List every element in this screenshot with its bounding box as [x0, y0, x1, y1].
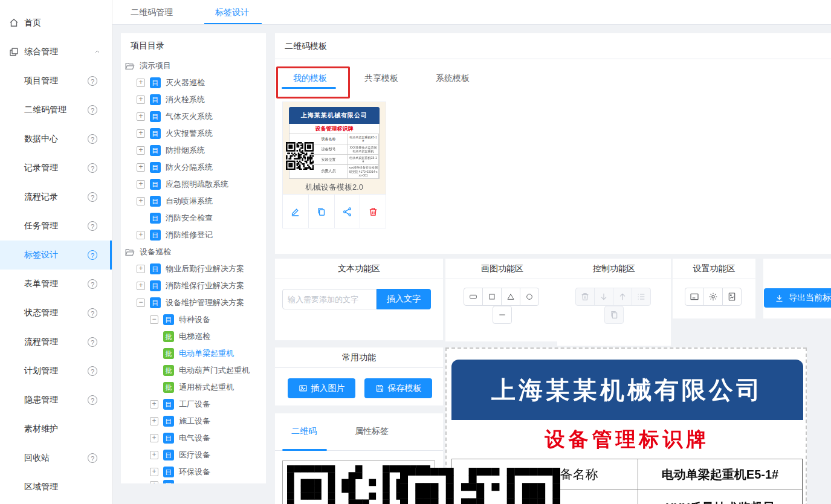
tree-node-防火分隔系统[interactable]: +目防火分隔系统 — [121, 159, 266, 176]
sidebar-item-流程记录[interactable]: 流程记录? — [0, 183, 112, 212]
sidebar-item-记录管理[interactable]: 记录管理? — [0, 153, 112, 183]
control-list-button[interactable] — [632, 288, 651, 306]
tree-node-演示项目[interactable]: 演示项目 — [121, 57, 266, 74]
help-icon[interactable]: ? — [88, 105, 97, 115]
sidebar-item-隐患管理[interactable]: 隐患管理? — [0, 386, 112, 415]
expand-icon[interactable]: + — [150, 468, 158, 476]
preview-tab-属性标签[interactable]: 属性标签 — [355, 422, 389, 440]
help-icon[interactable]: ? — [88, 395, 97, 405]
sidebar-item-二维码管理[interactable]: 二维码管理? — [0, 95, 112, 124]
label-company-header[interactable]: 上海某某机械有限公司 — [451, 360, 803, 420]
collapse-icon[interactable]: − — [150, 315, 158, 324]
draw-line-button[interactable] — [493, 306, 512, 324]
collapse-icon[interactable]: − — [137, 299, 145, 307]
control-copy-button[interactable] — [604, 306, 624, 324]
draw-circle-button[interactable] — [520, 288, 539, 306]
help-icon[interactable]: ? — [88, 250, 97, 260]
sidebar-item-标签设计[interactable]: 标签设计? — [0, 241, 112, 270]
help-icon[interactable]: ? — [88, 76, 97, 86]
help-icon[interactable]: ? — [88, 308, 97, 318]
expand-icon[interactable]: + — [137, 282, 145, 290]
help-icon[interactable]: ? — [88, 163, 97, 173]
control-move-up-button[interactable] — [613, 288, 632, 306]
insert-text-button[interactable]: 插入文字 — [377, 289, 431, 309]
sidebar-item-数据中心[interactable]: 数据中心? — [0, 124, 112, 153]
tree-node-气体灭火系统[interactable]: +目气体灭火系统 — [121, 108, 266, 125]
expand-icon[interactable]: + — [137, 180, 145, 189]
tree-node-灭火器巡检[interactable]: +目灭火器巡检 — [121, 74, 266, 91]
top-tab-标签设计[interactable]: 标签设计 — [215, 0, 249, 24]
tree-node-通用桥式起重机[interactable]: 批通用桥式起重机 — [121, 379, 266, 396]
template-tab-我的模板[interactable]: 我的模板 — [293, 69, 327, 86]
expand-icon[interactable]: + — [137, 265, 145, 273]
insert-image-button[interactable]: 插入图片 — [288, 378, 355, 398]
tree-node-工厂设备[interactable]: +目工厂设备 — [121, 396, 266, 413]
control-move-down-button[interactable] — [594, 288, 613, 306]
tree-node-电梯巡检[interactable]: 批电梯巡检 — [121, 328, 266, 345]
expand-icon[interactable]: + — [137, 231, 145, 239]
save-template-button[interactable]: 保存模板 — [364, 378, 432, 398]
help-icon[interactable]: ? — [88, 192, 97, 202]
label-title[interactable]: 设备管理标识牌 — [451, 420, 803, 459]
sidebar-item-素材维护[interactable]: 素材维护 — [0, 415, 112, 444]
expand-icon[interactable]: + — [150, 451, 158, 459]
template-edit-button[interactable] — [283, 195, 308, 228]
tree-node-应急照明疏散系统[interactable]: +目应急照明疏散系统 — [121, 176, 266, 193]
settings-gear-button[interactable] — [703, 288, 723, 306]
expand-icon[interactable]: + — [150, 417, 158, 425]
expand-icon[interactable]: + — [137, 146, 145, 155]
export-current-label-button[interactable]: 导出当前标签 — [764, 288, 831, 308]
expand-icon[interactable]: + — [150, 400, 158, 409]
tree-node-消防维保行业解决方案[interactable]: +目消防维保行业解决方案 — [121, 277, 266, 294]
expand-icon[interactable]: + — [137, 95, 145, 104]
tree-node-clipped[interactable]: +目 — [121, 477, 266, 483]
sidebar-group-comprehensive-management[interactable]: 综合管理 — [0, 39, 112, 65]
sidebar-item-表单管理[interactable]: 表单管理? — [0, 270, 112, 299]
draw-rounded-rect-button[interactable] — [464, 288, 483, 306]
help-icon[interactable]: ? — [88, 453, 97, 463]
label-design-canvas[interactable]: 上海某某机械有限公司 设备管理标识牌 设备名称电动单梁起重机E5-1#设备型号X… — [445, 347, 807, 504]
tree-node-消火栓系统[interactable]: +目消火栓系统 — [121, 91, 266, 108]
help-icon[interactable]: ? — [88, 221, 97, 231]
sidebar-item-任务管理[interactable]: 任务管理? — [0, 212, 112, 241]
expand-icon[interactable]: + — [150, 481, 158, 483]
tree-node-消防安全检查[interactable]: +目消防安全检查 — [121, 210, 266, 227]
help-icon[interactable]: ? — [88, 366, 97, 376]
expand-icon[interactable]: + — [137, 112, 145, 121]
tree-node-电气设备[interactable]: +目电气设备 — [121, 430, 266, 447]
settings-label-card-button[interactable] — [685, 288, 704, 306]
expand-icon[interactable]: + — [137, 163, 145, 172]
sidebar-item-计划管理[interactable]: 计划管理? — [0, 357, 112, 386]
sidebar-item-项目管理[interactable]: 项目管理? — [0, 66, 112, 95]
template-share-button[interactable] — [334, 195, 360, 228]
sidebar-item-状态管理[interactable]: 状态管理? — [0, 299, 112, 328]
template-tab-共享模板[interactable]: 共享模板 — [364, 69, 398, 86]
template-thumbnail[interactable]: 上海某某机械有限公司 设备管理标识牌 设备名称电动单梁起重机E5-1#设备型号X… — [283, 102, 386, 194]
tree-node-设备维护管理解决方案[interactable]: −目设备维护管理解决方案 — [121, 294, 266, 311]
help-icon[interactable]: ? — [88, 279, 97, 289]
sidebar-item-流程管理[interactable]: 流程管理? — [0, 328, 112, 357]
tree-node-电动葫芦门式起重机[interactable]: 批电动葫芦门式起重机 — [121, 362, 266, 379]
expand-icon[interactable]: + — [150, 434, 158, 442]
sidebar-item-回收站[interactable]: 回收站? — [0, 444, 112, 473]
expand-icon[interactable]: + — [137, 79, 145, 87]
draw-triangle-button[interactable] — [501, 288, 520, 306]
tree-node-物业后勤行业解决方案[interactable]: +目物业后勤行业解决方案 — [121, 260, 266, 277]
preview-tab-二维码[interactable]: 二维码 — [291, 422, 317, 440]
template-copy-button[interactable] — [308, 195, 334, 228]
tree-node-特种设备[interactable]: −目特种设备 — [121, 311, 266, 328]
tree-node-电动单梁起重机[interactable]: 批电动单梁起重机 — [121, 345, 266, 362]
control-delete-button[interactable] — [575, 288, 595, 306]
tree-node-防排烟系统[interactable]: +目防排烟系统 — [121, 142, 266, 159]
draw-square-button[interactable] — [482, 288, 502, 306]
tree-node-施工设备[interactable]: +目施工设备 — [121, 413, 266, 430]
text-insert-input[interactable] — [282, 289, 377, 309]
template-delete-button[interactable] — [360, 195, 386, 228]
tree-node-消防维修登记[interactable]: +目消防维修登记 — [121, 227, 266, 244]
settings-doc-image-button[interactable] — [722, 288, 742, 306]
expand-icon[interactable]: + — [137, 129, 145, 138]
tree-node-火灾报警系统[interactable]: +目火灾报警系统 — [121, 125, 266, 142]
help-icon[interactable]: ? — [88, 337, 97, 347]
sidebar-item-区域管理[interactable]: 区域管理 — [0, 473, 112, 502]
help-icon[interactable]: ? — [88, 134, 97, 144]
